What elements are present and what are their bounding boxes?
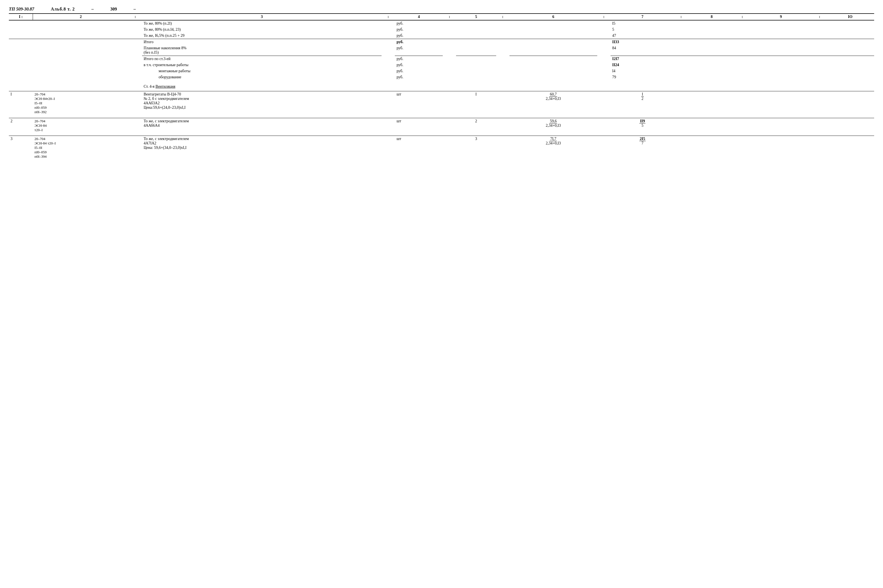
sep (129, 45, 142, 56)
sep (443, 62, 456, 68)
sep (382, 56, 395, 62)
cell-3: Итого по ст.3-ей (142, 56, 382, 62)
table-row: монтажные работы руб. I4 (9, 68, 874, 74)
sep (382, 74, 395, 80)
sep (496, 118, 510, 133)
sep (597, 56, 611, 62)
table-row-item-1: I 20–704ЭСН-84т20–II5–0IпI0–059п0I–392 В… (9, 92, 874, 116)
item-price-3: 7I,7 2,34+0,I3 (510, 136, 597, 160)
cell-6 (510, 33, 597, 39)
sep-rest (674, 56, 874, 62)
col-header-6: 6 (510, 14, 597, 20)
item-num-1: I (9, 92, 33, 116)
sep (597, 62, 611, 68)
cell-4: руб. (395, 27, 443, 33)
item-total-2: II9 5 (611, 118, 674, 133)
sep (129, 136, 142, 160)
cell-4: руб. (395, 39, 443, 45)
sep (382, 92, 395, 116)
col-sep-4: : (496, 14, 510, 20)
cell-2 (33, 45, 129, 56)
cell-5 (456, 27, 496, 33)
doc-number: ТП 509-30.87 (9, 7, 34, 12)
item-price-1: 60,7 2,34+0,I3 (510, 92, 597, 116)
cell-6 (510, 45, 597, 56)
cell-3: Итого (142, 39, 382, 45)
sep-rest (674, 118, 874, 133)
sep (382, 45, 395, 56)
cell-2 (33, 68, 129, 74)
sep (597, 118, 611, 133)
col-header-7: 7 (611, 14, 674, 20)
table-row: То же, I6,5% (п.п.25 + 29 руб. 47 (9, 33, 874, 39)
item-qty-1: I (456, 92, 496, 116)
col-header-10: IO (826, 14, 874, 20)
sep (129, 20, 142, 27)
cell-2 (33, 27, 129, 33)
sep (382, 27, 395, 33)
table-row: Плановые накопления 8%(без п.I5) руб. 84 (9, 45, 874, 56)
cell-1 (9, 45, 33, 56)
cell-7: 84 (611, 45, 674, 56)
sep (129, 74, 142, 80)
table-row-subtotal2: Итого по ст.3-ей руб. I2I7 (9, 56, 874, 62)
sep (674, 20, 688, 27)
sep (443, 92, 456, 116)
sep-rest (674, 92, 874, 116)
cell-6 (510, 62, 597, 68)
cell-9 (749, 20, 813, 27)
col-sep-2: : (382, 14, 395, 20)
sep (129, 62, 142, 68)
cell-5 (456, 20, 496, 27)
sep (443, 68, 456, 74)
sep-rest (674, 33, 874, 39)
sep (496, 33, 510, 39)
cell-3: То же, 80% (п.п.I4, 23) (142, 27, 382, 33)
cell-7: I5 (611, 20, 674, 27)
sep (496, 20, 510, 27)
dash1: – (91, 7, 93, 12)
item-unit-3: шт (395, 136, 443, 160)
cell-4: руб. (395, 45, 443, 56)
sep (597, 27, 611, 33)
sep-rest (674, 62, 874, 68)
item-qty-2: 2 (456, 118, 496, 133)
item-code-1: 20–704ЭСН-84т20–II5–0IпI0–059п0I–392 (33, 92, 129, 116)
cell-5 (456, 68, 496, 74)
cell-1 (9, 33, 33, 39)
sep (382, 68, 395, 74)
sep (597, 39, 611, 45)
sep-rest (674, 39, 874, 45)
sep (597, 92, 611, 116)
sep (496, 56, 510, 62)
cell-7: 5 (611, 27, 674, 33)
cell-1 (9, 74, 33, 80)
section-header-row: Ст. 4-я Вентиляция (9, 84, 874, 92)
cell-3: монтажные работы (142, 68, 382, 74)
sep (674, 27, 688, 33)
cell-6 (510, 68, 597, 74)
col-header-8: 8 (688, 14, 736, 20)
sep-rest (674, 136, 874, 160)
sep (443, 56, 456, 62)
cell-7: I2I7 (611, 56, 674, 62)
cell-3: в т.ч. строительные работы (142, 62, 382, 68)
item-code-3: 20–704ЭСН-84 т20–II5–0IпI0–059п0I–394 (33, 136, 129, 160)
sep (597, 136, 611, 160)
cell-3: То же, 80% (п.2I) (142, 20, 382, 27)
column-header-row: I : 2 : 3 : 4 : 5 : 6 : 7 : 8 : 9 : IO (9, 14, 874, 20)
cell-5 (456, 62, 496, 68)
item-unit-2: шт (395, 118, 443, 133)
col-sep-3: : (443, 14, 456, 20)
sep (496, 136, 510, 160)
sep (129, 33, 142, 39)
col-header-1: I : (9, 14, 33, 20)
cell-7: 79 (611, 74, 674, 80)
sep (382, 118, 395, 133)
sep (597, 45, 611, 56)
cell-6 (510, 27, 597, 33)
sep (496, 74, 510, 80)
cell-5 (456, 56, 496, 62)
cell-5 (456, 39, 496, 45)
table-row: в т.ч. строительные работы руб. II24 (9, 62, 874, 68)
